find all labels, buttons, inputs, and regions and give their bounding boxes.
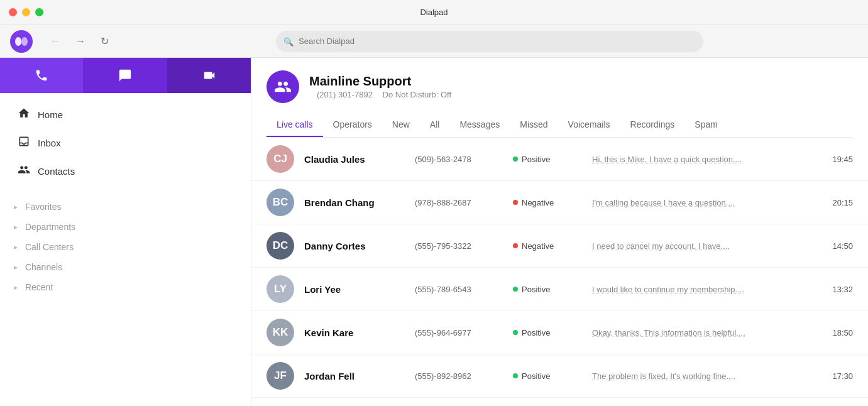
caller-phone: (555)-964-6977 bbox=[415, 328, 503, 337]
sentiment-dot bbox=[513, 243, 518, 248]
tab-live-calls[interactable]: Live calls bbox=[266, 113, 323, 137]
header-top: Mainline Support (201) 301-7892 Do Not D… bbox=[266, 70, 853, 103]
caller-avatar: BC bbox=[266, 189, 294, 216]
sidebar-item-favorites[interactable]: ► Favorites bbox=[0, 197, 251, 217]
recent-label: Recent bbox=[25, 282, 53, 292]
table-row[interactable]: JF Jordan Fell (555)-892-8962 Positive T… bbox=[251, 354, 868, 398]
traffic-lights bbox=[9, 8, 43, 16]
sidebar-item-inbox-label: Inbox bbox=[38, 138, 61, 148]
title-bar: Dialpad bbox=[0, 0, 868, 25]
table-row[interactable]: BC Brendan Chang (978)-888-2687 Negative… bbox=[251, 181, 868, 224]
sentiment-label: Negative bbox=[522, 241, 554, 251]
sidebar-item-channels[interactable]: ► Channels bbox=[0, 257, 251, 277]
table-row[interactable]: KK Kevin Kare (555)-964-6977 Positive Ok… bbox=[251, 311, 868, 354]
minimize-button[interactable] bbox=[22, 8, 30, 16]
call-preview: Okay, thanks. This information is helpfu… bbox=[592, 328, 817, 337]
message-button[interactable] bbox=[84, 58, 167, 93]
call-time: 19:45 bbox=[832, 155, 853, 164]
call-time: 13:32 bbox=[832, 285, 853, 294]
caller-name: Kevin Kare bbox=[304, 327, 405, 338]
refresh-button[interactable]: ↻ bbox=[96, 33, 114, 50]
tab-missed[interactable]: Missed bbox=[510, 113, 558, 137]
header-info: Mainline Support (201) 301-7892 Do Not D… bbox=[309, 74, 451, 99]
maximize-button[interactable] bbox=[35, 8, 43, 16]
sidebar: Home Inbox Contacts ► Favorites bbox=[0, 58, 251, 406]
caller-name: Lori Yee bbox=[304, 284, 405, 295]
tab-operators[interactable]: Operators bbox=[323, 113, 382, 137]
caller-avatar: KK bbox=[266, 319, 294, 346]
sidebar-item-contacts[interactable]: Contacts bbox=[5, 157, 246, 185]
sidebar-item-home[interactable]: Home bbox=[5, 101, 246, 129]
collapsible-section: ► Favorites ► Departments ► Call Centers… bbox=[0, 193, 251, 301]
nav-section: Home Inbox Contacts bbox=[0, 93, 251, 193]
close-button[interactable] bbox=[9, 8, 17, 16]
tab-all[interactable]: All bbox=[420, 113, 450, 137]
inbox-icon bbox=[18, 135, 30, 151]
caller-phone: (555)-789-6543 bbox=[415, 285, 503, 294]
caller-phone: (555)-795-3322 bbox=[415, 241, 503, 251]
search-bar: 🔍 bbox=[276, 31, 703, 52]
sentiment: Negative bbox=[513, 241, 582, 251]
sentiment-dot bbox=[513, 287, 518, 292]
content-area: Mainline Support (201) 301-7892 Do Not D… bbox=[251, 58, 868, 406]
dnd-status: Do Not Disturb: Off bbox=[383, 90, 452, 99]
tab-messages[interactable]: Messages bbox=[449, 113, 510, 137]
tab-spam[interactable]: Spam bbox=[684, 113, 728, 137]
sentiment: Positive bbox=[513, 155, 582, 164]
sentiment-dot bbox=[513, 200, 518, 205]
tab-recordings[interactable]: Recordings bbox=[620, 113, 685, 137]
search-input[interactable] bbox=[276, 31, 703, 52]
call-preview: Hi, this is Mike. I have a quick questio… bbox=[592, 155, 817, 164]
avatar bbox=[266, 70, 299, 103]
sidebar-item-home-label: Home bbox=[38, 109, 63, 120]
call-preview: I need to cancel my account. I have.... bbox=[592, 241, 817, 251]
sidebar-item-recent[interactable]: ► Recent bbox=[0, 277, 251, 297]
table-row[interactable]: LY Lori Yee (555)-789-6543 Positive I wo… bbox=[251, 268, 868, 311]
sentiment-label: Positive bbox=[522, 155, 551, 164]
call-preview: The problem is fixed. It's working fine.… bbox=[592, 371, 817, 381]
sentiment-label: Positive bbox=[522, 371, 551, 381]
caller-name: Danny Cortes bbox=[304, 241, 405, 251]
sentiment-label: Positive bbox=[522, 285, 551, 294]
table-row[interactable]: CJ Claudia Jules (509)-563-2478 Positive… bbox=[251, 138, 868, 181]
action-buttons bbox=[0, 58, 251, 93]
caller-avatar: JF bbox=[266, 362, 294, 390]
sidebar-item-call-centers[interactable]: ► Call Centers bbox=[0, 237, 251, 257]
phone-button[interactable] bbox=[0, 58, 84, 93]
sidebar-item-inbox[interactable]: Inbox bbox=[5, 129, 246, 157]
svg-point-1 bbox=[15, 37, 21, 46]
caller-avatar: CJ bbox=[266, 145, 294, 173]
call-time: 14:50 bbox=[832, 241, 853, 251]
call-preview: I would like to continue my membership..… bbox=[592, 285, 817, 294]
table-row[interactable]: DC Danny Cortes (555)-795-3322 Negative … bbox=[251, 224, 868, 268]
company-name: Mainline Support bbox=[309, 74, 451, 89]
tabs: Live calls Operators New All Messages Mi… bbox=[266, 113, 853, 138]
contacts-icon bbox=[18, 163, 30, 179]
video-button[interactable] bbox=[168, 58, 251, 93]
tab-voicemails[interactable]: Voicemails bbox=[558, 113, 620, 137]
nav-buttons: ← → ↻ bbox=[45, 33, 114, 50]
departments-label: Departments bbox=[25, 222, 75, 232]
sentiment: Negative bbox=[513, 198, 582, 207]
sentiment-dot bbox=[513, 373, 518, 378]
caller-name: Brendan Chang bbox=[304, 197, 405, 208]
tab-new[interactable]: New bbox=[382, 113, 420, 137]
favorites-label: Favorites bbox=[25, 202, 62, 212]
sidebar-item-contacts-label: Contacts bbox=[38, 166, 75, 177]
logo bbox=[10, 30, 33, 53]
sentiment: Positive bbox=[513, 371, 582, 381]
forward-button[interactable]: → bbox=[70, 33, 91, 50]
chevron-right-icon: ► bbox=[13, 224, 19, 231]
company-phone: (201) 301-7892 bbox=[317, 90, 373, 99]
caller-avatar: LY bbox=[266, 275, 294, 303]
svg-point-2 bbox=[21, 37, 28, 46]
caller-phone: (978)-888-2687 bbox=[415, 198, 503, 207]
sidebar-item-departments[interactable]: ► Departments bbox=[0, 217, 251, 237]
call-list: CJ Claudia Jules (509)-563-2478 Positive… bbox=[251, 138, 868, 406]
chevron-right-icon: ► bbox=[13, 244, 19, 251]
back-button[interactable]: ← bbox=[45, 33, 65, 50]
sentiment: Positive bbox=[513, 328, 582, 337]
sentiment-label: Negative bbox=[522, 198, 554, 207]
sentiment-dot bbox=[513, 330, 518, 335]
call-time: 18:50 bbox=[832, 328, 853, 337]
